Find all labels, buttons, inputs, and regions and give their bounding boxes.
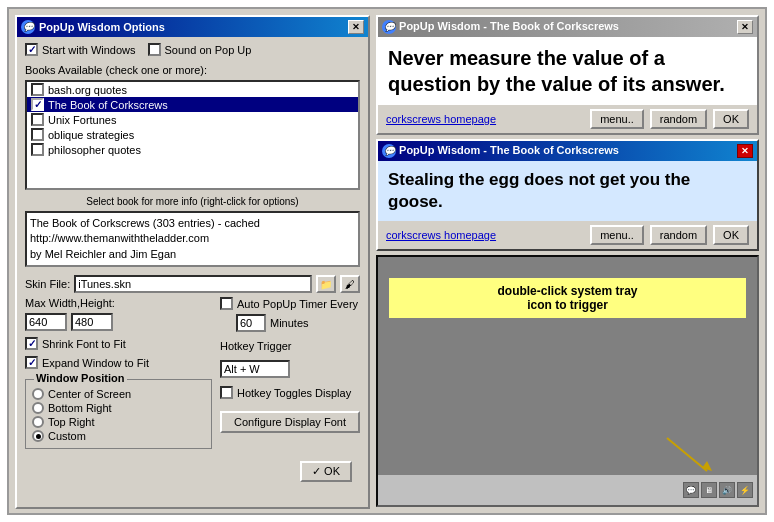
position-center[interactable]: Center of Screen (32, 388, 205, 400)
books-label: Books Available (check one or more): (25, 64, 360, 76)
tray-taskbar: 💬 🖥 🔊 ⚡ (378, 475, 757, 505)
book-info-line3: by Mel Reichler and Jim Egan (30, 247, 355, 262)
position-custom[interactable]: Custom (32, 430, 205, 442)
radio-center[interactable] (32, 388, 44, 400)
hotkey-label-row: Hotkey Trigger (220, 340, 360, 352)
options-title-icon: 💬 (21, 20, 35, 34)
skin-input[interactable] (74, 275, 312, 293)
wisdom-blue-footer: corkscrews homepage menu.. random OK (378, 221, 757, 249)
expand-window-row[interactable]: Expand Window to Fit (25, 356, 212, 369)
right-col: Auto PopUp Timer Every Minutes Hotkey Tr… (220, 297, 360, 449)
sound-on-popup-item[interactable]: Sound on Pop Up (148, 43, 252, 56)
wisdom-gray-quote: Never measure the value of a question by… (378, 37, 757, 105)
book-checkbox-oblique[interactable] (31, 128, 44, 141)
window-position-group: Window Position Center of Screen Bottom … (25, 379, 212, 449)
position-bottom-right-label: Bottom Right (48, 402, 112, 414)
book-checkbox-corkscrews[interactable] (31, 98, 44, 111)
main-container: 💬 PopUp Wisdom Options ✕ Start with Wind… (7, 7, 767, 515)
hotkey-toggles-label: Hotkey Toggles Display (237, 387, 351, 399)
skin-label: Skin File: (25, 278, 70, 290)
wisdom-blue-ok-button[interactable]: OK (713, 225, 749, 245)
window-position-legend: Window Position (34, 372, 127, 384)
wisdom-gray-random-button[interactable]: random (650, 109, 707, 129)
tray-icon-3[interactable]: 🔊 (719, 482, 735, 498)
wisdom-titlebar-gray: 💬 PopUp Wisdom - The Book of Corkscrews … (378, 17, 757, 37)
skin-browse-button[interactable]: 📁 (316, 275, 336, 293)
start-with-windows-label: Start with Windows (42, 44, 136, 56)
book-info-box: The Book of Corkscrews (303 entries) - c… (25, 211, 360, 267)
options-close-button[interactable]: ✕ (348, 20, 364, 34)
wisdom-blue-menu-button[interactable]: menu.. (590, 225, 644, 245)
configure-font-button[interactable]: Configure Display Font (220, 411, 360, 433)
wisdom-gray-ok-button[interactable]: OK (713, 109, 749, 129)
wisdom-blue-random-button[interactable]: random (650, 225, 707, 245)
wisdom-blue-homepage-link[interactable]: corkscrews homepage (386, 229, 584, 241)
position-bottom-right[interactable]: Bottom Right (32, 402, 205, 414)
svg-marker-1 (702, 461, 712, 471)
start-with-windows-item[interactable]: Start with Windows (25, 43, 136, 56)
start-with-windows-checkbox[interactable] (25, 43, 38, 56)
book-item-corkscrews[interactable]: The Book of Corkscrews (27, 97, 358, 112)
book-item-oblique[interactable]: oblique strategies (27, 127, 358, 142)
tray-demo: double-click system tray icon to trigger… (376, 255, 759, 507)
tray-icon-1[interactable]: 💬 (683, 482, 699, 498)
options-content: Start with Windows Sound on Pop Up Books… (17, 37, 368, 507)
book-info-line2: http://www.themanwiththeladder.com (30, 231, 355, 246)
wisdom-titlebar-blue: 💬 PopUp Wisdom - The Book of Corkscrews … (378, 141, 757, 161)
timer-input-row: Minutes (236, 314, 360, 332)
two-col-section: Max Width,Height: Shrink Font to Fit Exp… (25, 297, 360, 449)
book-label-unix: Unix Fortunes (48, 114, 116, 126)
position-custom-label: Custom (48, 430, 86, 442)
skin-row: Skin File: 📁 🖌 (25, 275, 360, 293)
options-dialog: 💬 PopUp Wisdom Options ✕ Start with Wind… (15, 15, 370, 509)
max-height-input[interactable] (71, 313, 113, 331)
hotkey-input[interactable] (220, 360, 290, 378)
wisdom-gray-homepage-link[interactable]: corkscrews homepage (386, 113, 584, 125)
ok-button[interactable]: ✓ OK (300, 461, 352, 482)
max-size-row: Max Width,Height: (25, 297, 212, 309)
max-size-label: Max Width,Height: (25, 297, 115, 309)
book-checkbox-philosopher[interactable] (31, 143, 44, 156)
options-titlebar: 💬 PopUp Wisdom Options ✕ (17, 17, 368, 37)
tray-icon-4[interactable]: ⚡ (737, 482, 753, 498)
ok-bar: ✓ OK (25, 457, 360, 486)
skin-refresh-button[interactable]: 🖌 (340, 275, 360, 293)
book-label-oblique: oblique strategies (48, 129, 134, 141)
sound-on-popup-checkbox[interactable] (148, 43, 161, 56)
left-col: Max Width,Height: Shrink Font to Fit Exp… (25, 297, 212, 449)
radio-bottom-right[interactable] (32, 402, 44, 414)
size-inputs-row (25, 313, 212, 331)
book-item-unix[interactable]: Unix Fortunes (27, 112, 358, 127)
hotkey-input-row (220, 360, 360, 378)
svg-line-0 (667, 438, 707, 471)
books-listbox[interactable]: bash.org quotes The Book of Corkscrews U… (25, 80, 360, 190)
right-panel: 💬 PopUp Wisdom - The Book of Corkscrews … (376, 15, 759, 507)
book-label-corkscrews: The Book of Corkscrews (48, 99, 168, 111)
shrink-font-label: Shrink Font to Fit (42, 338, 126, 350)
auto-timer-row: Auto PopUp Timer Every (220, 297, 360, 310)
shrink-font-checkbox[interactable] (25, 337, 38, 350)
hotkey-trigger-label: Hotkey Trigger (220, 340, 292, 352)
book-checkbox-bash[interactable] (31, 83, 44, 96)
shrink-font-row[interactable]: Shrink Font to Fit (25, 337, 212, 350)
wisdom-gray-close-button[interactable]: ✕ (737, 20, 753, 34)
wisdom-gray-menu-button[interactable]: menu.. (590, 109, 644, 129)
book-checkbox-unix[interactable] (31, 113, 44, 126)
book-label-philosopher: philosopher quotes (48, 144, 141, 156)
hotkey-toggle-checkbox[interactable] (220, 386, 233, 399)
wisdom-blue-quote: Stealing the egg does not get you the go… (378, 161, 757, 221)
auto-timer-label: Auto PopUp Timer Every (237, 298, 358, 310)
radio-custom[interactable] (32, 430, 44, 442)
expand-window-checkbox[interactable] (25, 356, 38, 369)
timer-minutes-input[interactable] (236, 314, 266, 332)
radio-top-right[interactable] (32, 416, 44, 428)
auto-timer-checkbox[interactable] (220, 297, 233, 310)
options-top-checkboxes: Start with Windows Sound on Pop Up (25, 43, 360, 56)
wisdom-gray-footer: corkscrews homepage menu.. random OK (378, 105, 757, 133)
book-item-bash[interactable]: bash.org quotes (27, 82, 358, 97)
tray-icon-2[interactable]: 🖥 (701, 482, 717, 498)
book-item-philosopher[interactable]: philosopher quotes (27, 142, 358, 157)
wisdom-blue-close-button[interactable]: ✕ (737, 144, 753, 158)
max-width-input[interactable] (25, 313, 67, 331)
position-top-right[interactable]: Top Right (32, 416, 205, 428)
